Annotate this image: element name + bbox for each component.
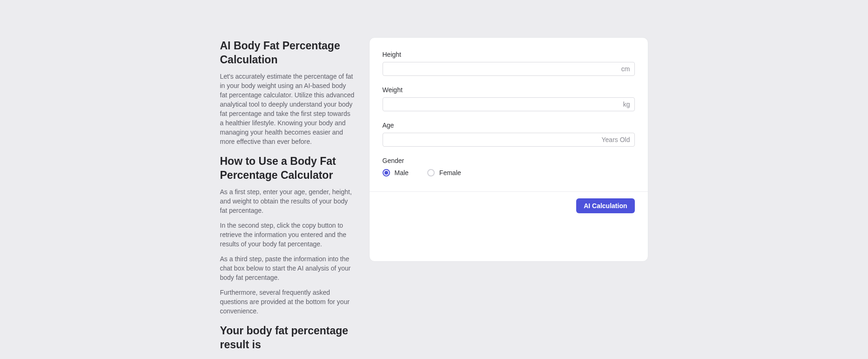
radio-icon <box>427 169 435 176</box>
info-sidebar: AI Body Fat Percentage Calculation Let's… <box>220 37 355 357</box>
gender-label: Gender <box>383 157 635 164</box>
gender-radio-female[interactable]: Female <box>427 169 461 176</box>
gender-radio-male-label: Male <box>395 169 409 176</box>
intro-paragraph: Let's accurately estimate the percentage… <box>220 72 355 146</box>
howto-title: How to Use a Body Fat Percentage Calcula… <box>220 155 355 183</box>
height-label: Height <box>383 51 635 58</box>
howto-step-4: Furthermore, several frequently asked qu… <box>220 288 355 316</box>
radio-icon <box>383 169 390 176</box>
calculator-card: Height cm Weight kg Age <box>369 37 648 262</box>
ai-calculation-button[interactable]: AI Calculation <box>576 198 634 213</box>
age-input[interactable] <box>383 133 635 147</box>
height-input[interactable] <box>383 62 635 76</box>
howto-step-3: As a third step, paste the information i… <box>220 254 355 282</box>
gender-radio-male[interactable]: Male <box>383 169 409 176</box>
result-title: Your body fat percentage result is <box>220 324 355 352</box>
gender-radio-female-label: Female <box>439 169 461 176</box>
howto-step-2: In the second step, click the copy butto… <box>220 221 355 249</box>
howto-step-1: As a first step, enter your age, gender,… <box>220 187 355 215</box>
page-title: AI Body Fat Percentage Calculation <box>220 39 355 67</box>
weight-label: Weight <box>383 86 635 94</box>
age-label: Age <box>383 122 635 129</box>
weight-input[interactable] <box>383 97 635 111</box>
